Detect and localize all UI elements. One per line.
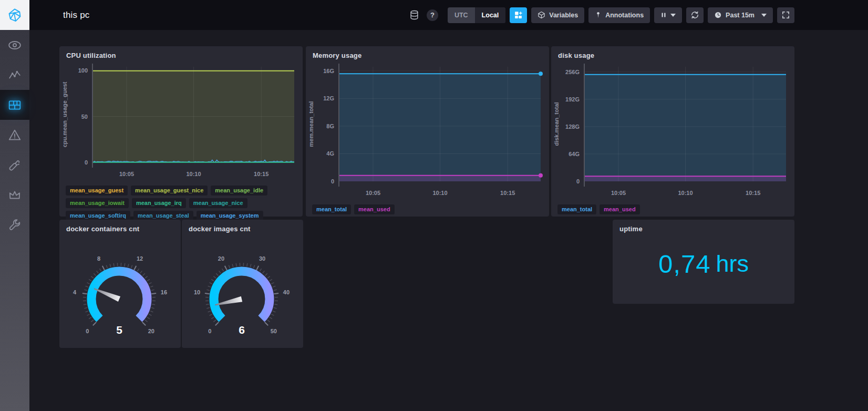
utc-toggle-option[interactable]: UTC <box>448 7 475 23</box>
svg-text:10:05: 10:05 <box>119 171 134 177</box>
refresh-button[interactable] <box>686 7 704 23</box>
legend-item[interactable]: mean_total <box>312 204 351 214</box>
legend-item[interactable]: mean_total <box>557 204 596 214</box>
legend-item[interactable]: mean_used <box>354 204 395 214</box>
chevron-down-icon <box>670 14 676 17</box>
panel-title: disk usage <box>551 46 794 59</box>
svg-text:10:10: 10:10 <box>432 190 447 196</box>
docker-containers-gauge: 048121620 5 <box>59 233 181 345</box>
presentation-mode-button[interactable] <box>777 7 794 23</box>
svg-text:6: 6 <box>239 324 245 336</box>
svg-text:50: 50 <box>81 114 88 120</box>
annotation-pin-icon <box>595 11 602 19</box>
refresh-icon <box>690 11 699 19</box>
sidebar-item-admin[interactable] <box>0 180 29 210</box>
chronograf-dashboard: this pc ? UTC Local <box>0 0 868 411</box>
disk-legend: mean_totalmean_used <box>551 202 794 214</box>
docker-images-gauge: 01020304050 6 <box>182 233 303 345</box>
time-range-dropdown[interactable]: Past 15m <box>708 7 773 23</box>
header: this pc ? UTC Local <box>29 0 868 30</box>
add-cell-icon <box>514 11 523 19</box>
uptime-unit: hrs <box>716 250 749 278</box>
svg-text:10: 10 <box>194 289 200 295</box>
header-toolbar: ? UTC Local Variables <box>409 7 794 23</box>
svg-text:40: 40 <box>283 289 290 295</box>
memory-legend: mean_totalmean_used <box>306 202 549 214</box>
legend-item[interactable]: mean_usage_guest <box>66 186 128 196</box>
svg-text:mem.mean_total: mem.mean_total <box>308 101 314 147</box>
sidebar-item-data-explorer[interactable] <box>0 60 29 90</box>
svg-text:0: 0 <box>85 159 88 166</box>
pause-icon <box>660 12 667 18</box>
svg-text:12G: 12G <box>323 95 334 101</box>
cube-icon <box>538 11 545 19</box>
chronograf-logo-icon <box>7 8 22 23</box>
timezone-toggle: UTC Local <box>448 7 505 23</box>
pause-refresh-dropdown[interactable] <box>654 7 682 23</box>
annotations-button[interactable]: Annotations <box>588 7 650 23</box>
local-toggle-option[interactable]: Local <box>475 7 506 23</box>
svg-text:10:15: 10:15 <box>746 190 760 196</box>
graph-line-icon <box>8 68 22 82</box>
eye-icon <box>8 38 22 52</box>
uptime-value: 0,74 <box>658 249 710 279</box>
svg-text:16G: 16G <box>323 68 334 74</box>
svg-text:10:15: 10:15 <box>500 190 515 196</box>
legend-item[interactable]: mean_usage_guest_nice <box>131 186 208 196</box>
alert-triangle-icon <box>8 128 22 142</box>
legend-item[interactable]: mean_used <box>600 204 640 214</box>
legend-item[interactable]: mean_usage_idle <box>211 186 267 196</box>
duster-icon <box>8 158 22 172</box>
sidebar-item-alerting[interactable] <box>0 120 29 150</box>
variables-button[interactable]: Variables <box>531 7 584 23</box>
svg-text:256G: 256G <box>565 69 580 75</box>
legend-item[interactable]: mean_usage_nice <box>189 198 247 208</box>
time-range-label: Past 15m <box>726 12 755 19</box>
svg-text:0: 0 <box>86 328 89 334</box>
svg-text:10:15: 10:15 <box>254 171 268 177</box>
svg-text:cpu.mean_usage_guest: cpu.mean_usage_guest <box>61 81 68 147</box>
panel-disk-usage[interactable]: disk usage 064G128G192G256G10:0510:1010:… <box>551 46 794 217</box>
chevron-down-icon <box>761 14 767 17</box>
svg-text:192G: 192G <box>565 96 580 102</box>
sidebar-item-configuration[interactable] <box>0 210 29 240</box>
chronograf-logo[interactable] <box>0 0 29 30</box>
sidebar <box>0 0 29 411</box>
svg-text:4: 4 <box>73 289 77 295</box>
svg-text:8G: 8G <box>326 123 334 129</box>
panel-cpu-utilization[interactable]: CPU utilization 05010010:0510:1010:15cpu… <box>59 46 303 217</box>
sidebar-item-host-list[interactable] <box>0 30 29 60</box>
sidebar-item-log-viewer[interactable] <box>0 150 29 180</box>
dashboards-grid-icon <box>8 98 22 112</box>
disk-chart[interactable]: 064G128G192G256G10:0510:1010:15disk.mean… <box>551 59 794 202</box>
legend-item[interactable]: mean_usage_irq <box>132 198 186 208</box>
sidebar-item-dashboards[interactable] <box>0 90 29 120</box>
panel-title: CPU utilization <box>59 46 303 59</box>
fullscreen-icon <box>781 11 790 19</box>
svg-text:5: 5 <box>116 324 122 336</box>
help-icon[interactable]: ? <box>427 9 438 21</box>
svg-text:10:10: 10:10 <box>678 190 693 196</box>
panel-title: uptime <box>613 220 794 233</box>
panel-memory-usage[interactable]: Memory usage 04G8G12G16G10:0510:1010:15m… <box>306 46 549 217</box>
cpu-chart[interactable]: 05010010:0510:1010:15cpu.mean_usage_gues… <box>59 59 303 183</box>
database-icon[interactable] <box>409 10 419 20</box>
panel-title: docker images cnt <box>182 220 303 233</box>
page-title: this pc <box>63 10 90 20</box>
svg-text:8: 8 <box>97 255 100 262</box>
svg-text:128G: 128G <box>565 124 580 130</box>
svg-text:30: 30 <box>259 255 265 262</box>
panel-docker-containers[interactable]: docker containers cnt 048121620 5 <box>59 220 181 348</box>
svg-text:20: 20 <box>148 328 154 334</box>
wrench-icon <box>8 218 22 232</box>
svg-text:disk.mean_total: disk.mean_total <box>553 102 560 146</box>
memory-chart[interactable]: 04G8G12G16G10:0510:1010:15mem.mean_total <box>306 59 549 202</box>
panel-title: Memory usage <box>306 46 549 59</box>
panel-docker-images[interactable]: docker images cnt 01020304050 6 <box>182 220 303 348</box>
svg-text:4G: 4G <box>326 150 334 157</box>
panel-uptime[interactable]: uptime 0,74 hrs <box>613 220 794 304</box>
legend-item[interactable]: mean_usage_iowait <box>66 198 129 208</box>
add-cell-button[interactable] <box>510 7 527 23</box>
uptime-value-row: 0,74 hrs <box>613 233 794 295</box>
svg-text:10:10: 10:10 <box>186 171 201 177</box>
